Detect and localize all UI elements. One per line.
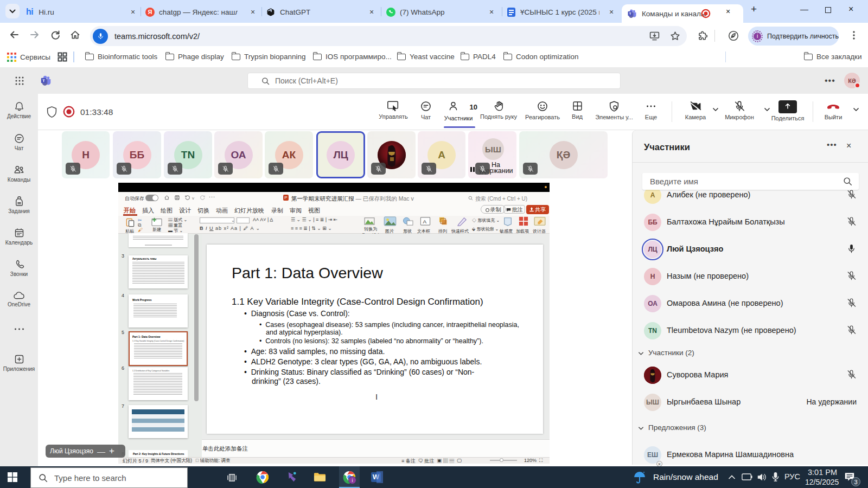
svg-text:A: A <box>423 219 427 224</box>
